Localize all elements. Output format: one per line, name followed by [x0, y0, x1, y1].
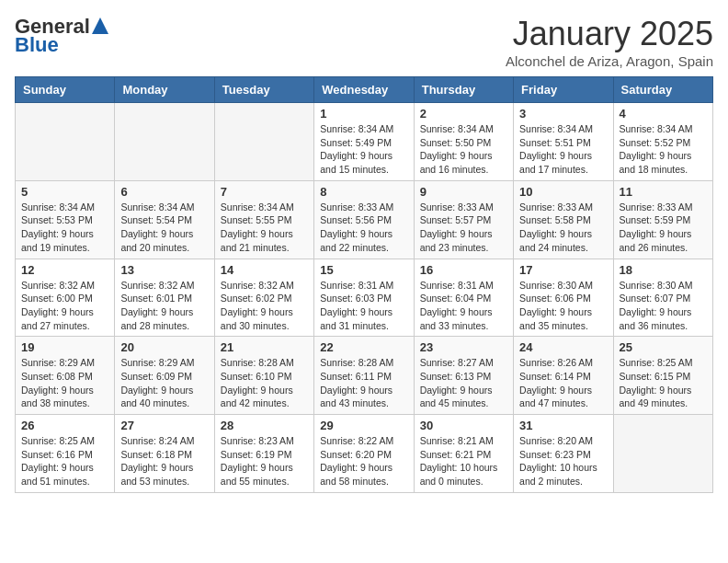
day-number: 5: [21, 185, 108, 199]
day-number: 21: [221, 340, 308, 354]
day-number: 13: [120, 263, 208, 277]
day-number: 11: [620, 185, 707, 199]
calendar-cell: 22Sunrise: 8:28 AMSunset: 6:11 PMDayligh…: [314, 337, 414, 415]
day-number: 2: [420, 107, 507, 121]
calendar-cell: 10Sunrise: 8:33 AMSunset: 5:58 PMDayligh…: [514, 180, 613, 259]
day-number: 8: [320, 185, 407, 199]
day-info: Sunrise: 8:29 AMSunset: 6:09 PMDaylight:…: [120, 356, 208, 410]
calendar-cell: [115, 103, 214, 181]
calendar-cell: 5Sunrise: 8:34 AMSunset: 5:53 PMDaylight…: [16, 180, 115, 259]
day-number: 24: [519, 340, 607, 354]
svg-marker-0: [92, 17, 108, 34]
calendar-cell: 31Sunrise: 8:20 AMSunset: 6:23 PMDayligh…: [514, 415, 613, 493]
day-header-wednesday: Wednesday: [314, 77, 414, 103]
day-number: 22: [320, 340, 407, 354]
calendar-cell: 30Sunrise: 8:21 AMSunset: 6:21 PMDayligh…: [414, 415, 513, 493]
day-number: 10: [519, 185, 607, 199]
day-header-tuesday: Tuesday: [214, 77, 313, 103]
calendar-cell: 11Sunrise: 8:33 AMSunset: 5:59 PMDayligh…: [613, 180, 712, 259]
calendar-week-row: 5Sunrise: 8:34 AMSunset: 5:53 PMDaylight…: [16, 180, 713, 259]
calendar-cell: 1Sunrise: 8:34 AMSunset: 5:49 PMDaylight…: [314, 103, 414, 181]
calendar-cell: 13Sunrise: 8:32 AMSunset: 6:01 PMDayligh…: [115, 259, 214, 337]
calendar-cell: 16Sunrise: 8:31 AMSunset: 6:04 PMDayligh…: [414, 259, 513, 337]
day-info: Sunrise: 8:29 AMSunset: 6:08 PMDaylight:…: [21, 356, 108, 410]
day-number: 15: [320, 263, 407, 277]
day-info: Sunrise: 8:34 AMSunset: 5:49 PMDaylight:…: [320, 122, 407, 177]
day-number: 20: [120, 340, 208, 354]
calendar-cell: 26Sunrise: 8:25 AMSunset: 6:16 PMDayligh…: [16, 415, 115, 493]
day-info: Sunrise: 8:33 AMSunset: 5:58 PMDaylight:…: [519, 201, 607, 255]
page-header: General Blue January 2025 Alconchel de A…: [15, 15, 713, 69]
calendar-cell: 29Sunrise: 8:22 AMSunset: 6:20 PMDayligh…: [314, 415, 414, 493]
calendar-cell: 9Sunrise: 8:33 AMSunset: 5:57 PMDaylight…: [414, 180, 513, 259]
calendar-header-row: SundayMondayTuesdayWednesdayThursdayFrid…: [16, 77, 713, 103]
day-info: Sunrise: 8:34 AMSunset: 5:54 PMDaylight:…: [120, 201, 208, 255]
calendar-cell: [613, 415, 712, 493]
calendar-cell: 23Sunrise: 8:27 AMSunset: 6:13 PMDayligh…: [414, 337, 513, 415]
day-info: Sunrise: 8:32 AMSunset: 6:00 PMDaylight:…: [21, 279, 108, 333]
day-number: 14: [221, 263, 308, 277]
calendar-cell: 21Sunrise: 8:28 AMSunset: 6:10 PMDayligh…: [214, 337, 313, 415]
day-info: Sunrise: 8:20 AMSunset: 6:23 PMDaylight:…: [519, 434, 607, 488]
logo-triangle-icon: [92, 17, 108, 34]
calendar-cell: 19Sunrise: 8:29 AMSunset: 6:08 PMDayligh…: [16, 337, 115, 415]
day-number: 9: [420, 185, 507, 199]
logo-blue-text: Blue: [15, 33, 59, 57]
day-number: 30: [420, 419, 507, 432]
day-number: 29: [320, 419, 407, 432]
day-number: 28: [221, 419, 308, 432]
day-info: Sunrise: 8:32 AMSunset: 6:02 PMDaylight:…: [221, 279, 308, 333]
calendar-table: SundayMondayTuesdayWednesdayThursdayFrid…: [15, 76, 713, 493]
day-info: Sunrise: 8:34 AMSunset: 5:52 PMDaylight:…: [620, 122, 707, 177]
calendar-cell: 3Sunrise: 8:34 AMSunset: 5:51 PMDaylight…: [514, 103, 613, 181]
day-info: Sunrise: 8:21 AMSunset: 6:21 PMDaylight:…: [420, 434, 507, 488]
month-title: January 2025: [506, 15, 713, 53]
calendar-week-row: 26Sunrise: 8:25 AMSunset: 6:16 PMDayligh…: [16, 415, 713, 493]
day-info: Sunrise: 8:25 AMSunset: 6:15 PMDaylight:…: [620, 356, 707, 410]
day-number: 16: [420, 263, 507, 277]
calendar-cell: 4Sunrise: 8:34 AMSunset: 5:52 PMDaylight…: [613, 103, 712, 181]
day-info: Sunrise: 8:31 AMSunset: 6:03 PMDaylight:…: [320, 279, 407, 333]
day-info: Sunrise: 8:28 AMSunset: 6:11 PMDaylight:…: [320, 356, 407, 410]
day-number: 18: [620, 263, 707, 277]
day-number: 19: [21, 340, 108, 354]
day-number: 27: [120, 419, 208, 432]
day-info: Sunrise: 8:30 AMSunset: 6:06 PMDaylight:…: [519, 279, 607, 333]
day-number: 26: [21, 419, 108, 432]
day-number: 12: [21, 263, 108, 277]
calendar-cell: [16, 103, 115, 181]
day-info: Sunrise: 8:26 AMSunset: 6:14 PMDaylight:…: [519, 356, 607, 410]
day-info: Sunrise: 8:33 AMSunset: 5:56 PMDaylight:…: [320, 201, 407, 255]
calendar-cell: 24Sunrise: 8:26 AMSunset: 6:14 PMDayligh…: [514, 337, 613, 415]
day-info: Sunrise: 8:34 AMSunset: 5:51 PMDaylight:…: [519, 122, 607, 177]
calendar-cell: 27Sunrise: 8:24 AMSunset: 6:18 PMDayligh…: [115, 415, 214, 493]
calendar-week-row: 12Sunrise: 8:32 AMSunset: 6:00 PMDayligh…: [16, 259, 713, 337]
calendar-cell: 14Sunrise: 8:32 AMSunset: 6:02 PMDayligh…: [214, 259, 313, 337]
day-number: 3: [519, 107, 607, 121]
title-block: January 2025 Alconchel de Ariza, Aragon,…: [506, 15, 713, 69]
day-info: Sunrise: 8:34 AMSunset: 5:50 PMDaylight:…: [420, 122, 507, 177]
day-info: Sunrise: 8:23 AMSunset: 6:19 PMDaylight:…: [221, 434, 308, 488]
day-info: Sunrise: 8:24 AMSunset: 6:18 PMDaylight:…: [120, 434, 208, 488]
day-info: Sunrise: 8:22 AMSunset: 6:20 PMDaylight:…: [320, 434, 407, 488]
calendar-cell: 18Sunrise: 8:30 AMSunset: 6:07 PMDayligh…: [613, 259, 712, 337]
calendar-cell: 28Sunrise: 8:23 AMSunset: 6:19 PMDayligh…: [214, 415, 313, 493]
calendar-cell: 12Sunrise: 8:32 AMSunset: 6:00 PMDayligh…: [16, 259, 115, 337]
calendar-cell: 2Sunrise: 8:34 AMSunset: 5:50 PMDaylight…: [414, 103, 513, 181]
calendar-cell: 6Sunrise: 8:34 AMSunset: 5:54 PMDaylight…: [115, 180, 214, 259]
day-header-thursday: Thursday: [414, 77, 513, 103]
day-number: 23: [420, 340, 507, 354]
day-info: Sunrise: 8:34 AMSunset: 5:55 PMDaylight:…: [221, 201, 308, 255]
day-header-friday: Friday: [514, 77, 613, 103]
day-number: 4: [620, 107, 707, 121]
day-info: Sunrise: 8:34 AMSunset: 5:53 PMDaylight:…: [21, 201, 108, 255]
calendar-cell: [214, 103, 313, 181]
day-header-monday: Monday: [115, 77, 214, 103]
calendar-week-row: 19Sunrise: 8:29 AMSunset: 6:08 PMDayligh…: [16, 337, 713, 415]
calendar-cell: 8Sunrise: 8:33 AMSunset: 5:56 PMDaylight…: [314, 180, 414, 259]
day-info: Sunrise: 8:25 AMSunset: 6:16 PMDaylight:…: [21, 434, 108, 488]
day-header-sunday: Sunday: [16, 77, 115, 103]
day-info: Sunrise: 8:27 AMSunset: 6:13 PMDaylight:…: [420, 356, 507, 410]
day-number: 6: [120, 185, 208, 199]
day-number: 7: [221, 185, 308, 199]
